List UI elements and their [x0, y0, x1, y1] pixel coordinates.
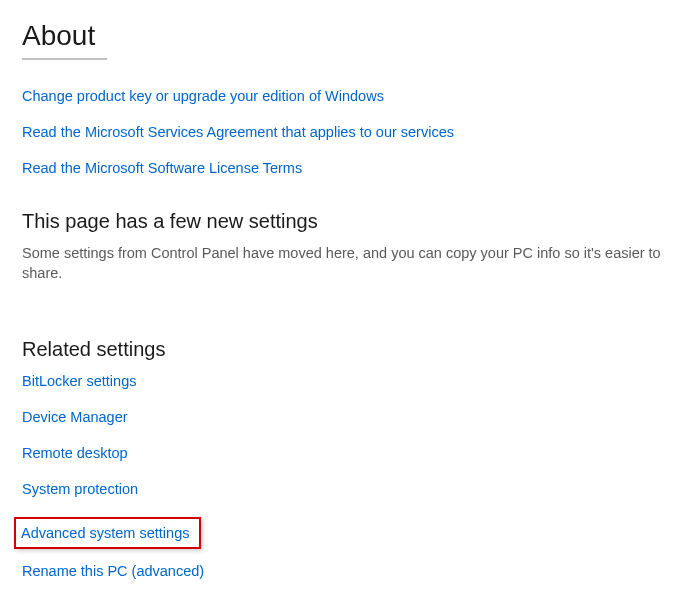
title-underline [22, 58, 107, 60]
link-remote-desktop[interactable]: Remote desktop [22, 445, 128, 461]
info-section-description: Some settings from Control Panel have mo… [22, 243, 674, 284]
related-settings-heading: Related settings [22, 338, 674, 361]
link-system-protection[interactable]: System protection [22, 481, 138, 497]
page-title: About [22, 20, 674, 52]
link-advanced-system-settings[interactable]: Advanced system settings [21, 525, 189, 541]
info-section-heading: This page has a few new settings [22, 210, 674, 233]
link-device-manager[interactable]: Device Manager [22, 409, 128, 425]
link-license-terms[interactable]: Read the Microsoft Software License Term… [22, 160, 302, 176]
link-rename-this-pc[interactable]: Rename this PC (advanced) [22, 563, 204, 579]
highlight-box-advanced-system-settings: Advanced system settings [14, 517, 201, 549]
link-change-product-key[interactable]: Change product key or upgrade your editi… [22, 88, 384, 104]
link-bitlocker-settings[interactable]: BitLocker settings [22, 373, 136, 389]
link-services-agreement[interactable]: Read the Microsoft Services Agreement th… [22, 124, 454, 140]
